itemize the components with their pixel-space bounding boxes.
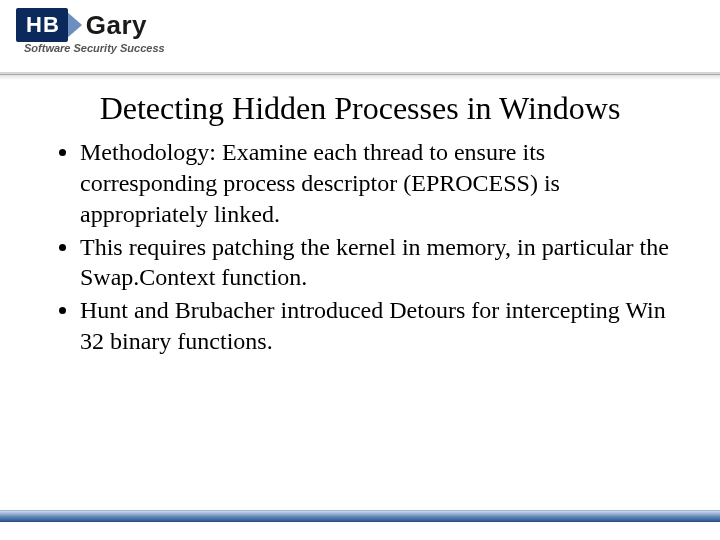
slide-header: HB Gary Software Security Success <box>0 0 720 75</box>
list-item: This requires patching the kernel in mem… <box>80 232 670 293</box>
list-item: Methodology: Examine each thread to ensu… <box>80 137 670 229</box>
logo-arrow-icon <box>66 11 82 39</box>
company-logo: HB Gary <box>16 8 147 42</box>
slide-title: Detecting Hidden Processes in Windows <box>40 89 680 127</box>
list-item: Hunt and Brubacher introduced Detours fo… <box>80 295 670 356</box>
logo-tagline: Software Security Success <box>24 42 165 54</box>
logo-hb-box: HB <box>16 8 68 42</box>
slide-footer-bar <box>0 510 720 522</box>
bullet-list: Methodology: Examine each thread to ensu… <box>50 137 670 356</box>
logo-gary-text: Gary <box>86 10 147 41</box>
